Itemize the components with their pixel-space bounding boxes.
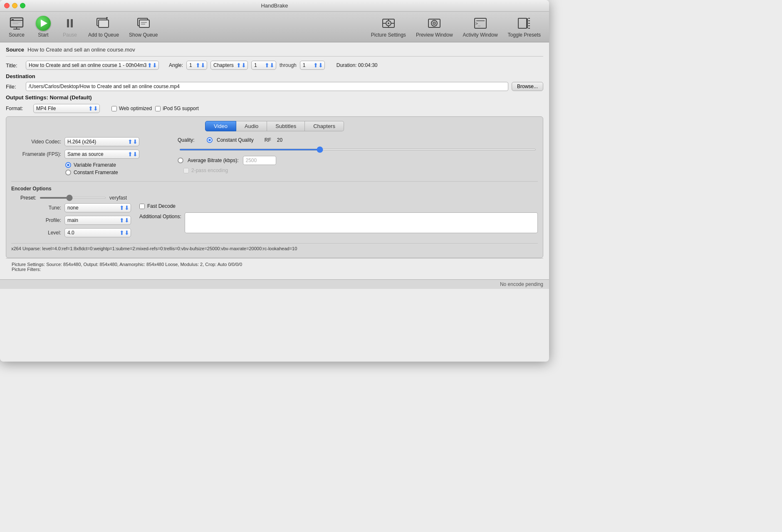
minimize-button[interactable] bbox=[12, 3, 17, 8]
preset-label: Preset: bbox=[11, 195, 36, 201]
ipod-input[interactable] bbox=[155, 106, 161, 111]
main-content: Source How to Create and sell an online … bbox=[0, 42, 549, 279]
start-button[interactable]: Start bbox=[31, 14, 56, 39]
video-left: Video Codec: H.264 (x264) ⬆⬇ Framerate (… bbox=[11, 137, 169, 177]
add-to-queue-button[interactable]: Add to Queue bbox=[84, 14, 123, 39]
source-button[interactable]: Source bbox=[4, 14, 29, 39]
activity-window-label: Activity Window bbox=[463, 32, 498, 38]
tab-subtitles[interactable]: Subtitles bbox=[267, 121, 305, 131]
x264-unparse: x264 Unparse: level=4.0:ref=1:8x8dct=0:w… bbox=[11, 243, 538, 254]
two-pass-row: 2-pass encoding bbox=[183, 167, 538, 173]
angle-select[interactable]: 1 bbox=[186, 61, 207, 70]
pause-icon bbox=[62, 16, 77, 31]
picture-settings-button[interactable]: Picture Settings bbox=[367, 14, 410, 39]
format-select[interactable]: MP4 File bbox=[33, 104, 100, 113]
two-pass-checkbox[interactable] bbox=[183, 168, 189, 173]
level-select[interactable]: 4.0 bbox=[64, 228, 131, 237]
tune-row: Tune: none ⬆⬇ bbox=[11, 203, 131, 212]
chapters-select[interactable]: Chapters bbox=[210, 61, 248, 70]
angle-select-wrap: 1 ⬆⬇ bbox=[186, 61, 207, 70]
encoder-right: Fast Decode Additional Options: bbox=[139, 203, 538, 241]
add-to-queue-label: Add to Queue bbox=[88, 32, 119, 38]
picture-footer: Picture Settings: Source: 854x480, Outpu… bbox=[6, 258, 543, 275]
source-label: Source bbox=[6, 47, 24, 53]
title-label: Title: bbox=[6, 62, 22, 69]
tune-select[interactable]: none bbox=[64, 203, 131, 212]
pause-label: Pause bbox=[63, 32, 77, 38]
file-label: File: bbox=[6, 84, 22, 90]
pause-button[interactable]: Pause bbox=[57, 14, 82, 39]
chapter-to-select[interactable]: 1 bbox=[300, 61, 325, 70]
output-settings-row: Output Settings: Normal (Default) bbox=[6, 94, 543, 101]
tab-chapters[interactable]: Chapters bbox=[305, 121, 344, 131]
file-input[interactable] bbox=[26, 82, 508, 91]
framerate-select-wrap: Same as source ⬆⬇ bbox=[64, 150, 139, 159]
constant-framerate-row: Constant Framerate bbox=[65, 170, 169, 175]
codec-select[interactable]: H.264 (x264) bbox=[64, 137, 139, 146]
additional-options-row: Additional Options: bbox=[139, 212, 538, 233]
source-row: Source How to Create and sell an online … bbox=[6, 47, 543, 57]
constant-quality-radio[interactable] bbox=[207, 137, 213, 143]
svg-rect-8 bbox=[99, 20, 109, 27]
through-text: through bbox=[280, 62, 297, 68]
format-select-wrap: MP4 File ⬆⬇ bbox=[33, 104, 100, 113]
source-icon bbox=[9, 16, 24, 31]
profile-select[interactable]: main bbox=[64, 216, 131, 225]
fast-decode-row: Fast Decode bbox=[139, 203, 538, 209]
additional-options-input[interactable] bbox=[185, 212, 538, 233]
fast-decode-label: Fast Decode bbox=[147, 203, 176, 209]
profile-row: Profile: main ⬆⬇ bbox=[11, 216, 131, 225]
show-queue-button[interactable]: Show Queue bbox=[125, 14, 162, 39]
angle-label: Angle: bbox=[169, 62, 183, 68]
chapter-to-wrap: 1 ⬆⬇ bbox=[300, 61, 325, 70]
ipod-checkbox[interactable]: iPod 5G support bbox=[155, 106, 199, 111]
tab-video[interactable]: Video bbox=[205, 121, 236, 131]
web-optimized-checkbox[interactable]: Web optimized bbox=[111, 106, 152, 111]
profile-select-wrap: main ⬆⬇ bbox=[64, 216, 131, 225]
tune-select-wrap: none ⬆⬇ bbox=[64, 203, 131, 212]
encoder-title: Encoder Options bbox=[11, 186, 538, 192]
codec-row: Video Codec: H.264 (x264) ⬆⬇ bbox=[11, 137, 169, 146]
title-select[interactable]: How to Create and sell an online course … bbox=[26, 61, 159, 70]
show-queue-label: Show Queue bbox=[129, 32, 158, 38]
picture-filters-text: Picture Filters: bbox=[12, 267, 537, 272]
preview-window-label: Preview Window bbox=[416, 32, 453, 38]
encoder-grid: Tune: none ⬆⬇ Profile: main bbox=[11, 203, 538, 241]
show-queue-icon bbox=[136, 16, 151, 31]
variable-framerate-radio[interactable] bbox=[65, 162, 71, 168]
close-button[interactable] bbox=[4, 3, 10, 8]
framerate-row: Framerate (FPS): Same as source ⬆⬇ bbox=[11, 150, 169, 159]
web-optimized-input[interactable] bbox=[111, 106, 117, 111]
toggle-presets-button[interactable]: Toggle Presets bbox=[504, 14, 545, 39]
avg-bitrate-input[interactable] bbox=[243, 156, 276, 165]
constant-quality-label: Constant Quality bbox=[217, 137, 254, 143]
two-pass-label: 2-pass encoding bbox=[191, 167, 228, 173]
traffic-lights bbox=[4, 3, 25, 8]
variable-framerate-label: Variable Framerate bbox=[74, 162, 116, 168]
level-row: Level: 4.0 ⬆⬇ bbox=[11, 228, 131, 237]
video-right: Quality: Constant Quality RF 20 Average … bbox=[178, 137, 538, 177]
preset-slider[interactable] bbox=[40, 197, 106, 199]
preview-window-button[interactable]: Preview Window bbox=[412, 14, 457, 39]
maximize-button[interactable] bbox=[20, 3, 25, 8]
preset-row: Preset: veryfast bbox=[11, 195, 538, 201]
quality-slider[interactable] bbox=[179, 149, 536, 150]
framerate-select[interactable]: Same as source bbox=[64, 150, 139, 159]
tabs-row: Video Audio Subtitles Chapters bbox=[11, 121, 538, 131]
fast-decode-checkbox[interactable] bbox=[139, 204, 145, 209]
framerate-label: Framerate (FPS): bbox=[11, 151, 61, 157]
constant-framerate-label: Constant Framerate bbox=[74, 170, 118, 175]
browse-button[interactable]: Browse... bbox=[512, 82, 543, 91]
svg-rect-12 bbox=[139, 20, 149, 27]
activity-window-button[interactable]: >_ Activity Window bbox=[459, 14, 502, 39]
avg-bitrate-radio[interactable] bbox=[178, 158, 183, 163]
chapter-from-wrap: 1 ⬆⬇ bbox=[251, 61, 276, 70]
chapter-from-select[interactable]: 1 bbox=[251, 61, 276, 70]
toolbar-left: Source Start Pause bbox=[4, 14, 367, 39]
rf-label: RF bbox=[265, 137, 271, 143]
constant-framerate-radio[interactable] bbox=[65, 170, 71, 175]
svg-rect-30 bbox=[518, 18, 527, 28]
title-row: Title: How to Create and sell an online … bbox=[6, 61, 543, 70]
tab-audio[interactable]: Audio bbox=[236, 121, 267, 131]
picture-settings-label: Picture Settings bbox=[371, 32, 406, 38]
